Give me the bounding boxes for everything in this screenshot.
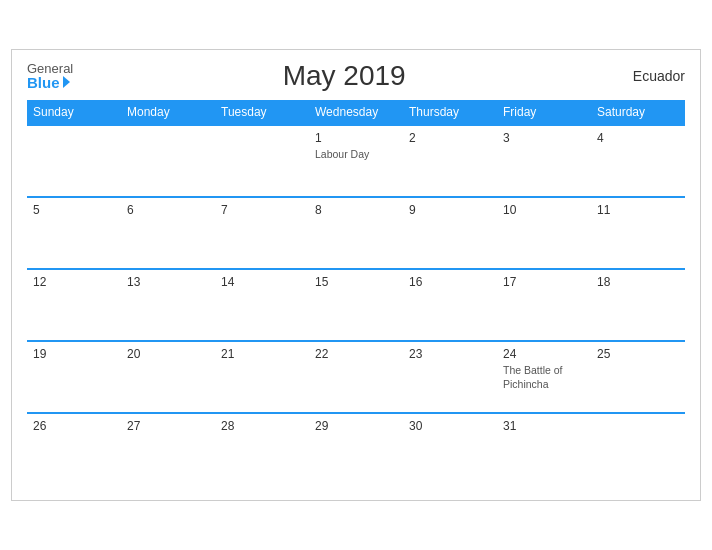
calendar-cell — [121, 125, 215, 197]
weekday-header-wednesday: Wednesday — [309, 100, 403, 125]
calendar-cell: 20 — [121, 341, 215, 413]
day-number: 14 — [221, 275, 303, 289]
calendar-cell: 4 — [591, 125, 685, 197]
calendar-cell: 5 — [27, 197, 121, 269]
calendar-week-row: 567891011 — [27, 197, 685, 269]
day-number: 5 — [33, 203, 115, 217]
day-number: 23 — [409, 347, 491, 361]
calendar-cell: 22 — [309, 341, 403, 413]
calendar-cell: 25 — [591, 341, 685, 413]
weekday-header-saturday: Saturday — [591, 100, 685, 125]
calendar-title: May 2019 — [73, 60, 615, 92]
calendar-cell: 21 — [215, 341, 309, 413]
day-number: 13 — [127, 275, 209, 289]
calendar-cell: 2 — [403, 125, 497, 197]
calendar-cell: 6 — [121, 197, 215, 269]
calendar-cell — [215, 125, 309, 197]
day-number: 9 — [409, 203, 491, 217]
calendar-cell: 3 — [497, 125, 591, 197]
day-number: 16 — [409, 275, 491, 289]
calendar-cell: 16 — [403, 269, 497, 341]
day-number: 25 — [597, 347, 679, 361]
day-number: 31 — [503, 419, 585, 433]
day-number: 19 — [33, 347, 115, 361]
calendar-cell: 15 — [309, 269, 403, 341]
calendar-cell — [591, 413, 685, 485]
calendar-cell: 24The Battle of Pichincha — [497, 341, 591, 413]
day-number: 20 — [127, 347, 209, 361]
calendar-table: SundayMondayTuesdayWednesdayThursdayFrid… — [27, 100, 685, 485]
calendar-cell: 10 — [497, 197, 591, 269]
day-number: 28 — [221, 419, 303, 433]
weekday-header-friday: Friday — [497, 100, 591, 125]
calendar-container: General Blue May 2019 Ecuador SundayMond… — [11, 49, 701, 501]
calendar-cell: 12 — [27, 269, 121, 341]
day-number: 18 — [597, 275, 679, 289]
day-number: 30 — [409, 419, 491, 433]
weekday-header-tuesday: Tuesday — [215, 100, 309, 125]
calendar-header: General Blue May 2019 Ecuador — [27, 60, 685, 92]
calendar-week-row: 192021222324The Battle of Pichincha25 — [27, 341, 685, 413]
event-label: Labour Day — [315, 148, 397, 162]
day-number: 26 — [33, 419, 115, 433]
calendar-cell: 11 — [591, 197, 685, 269]
calendar-cell: 28 — [215, 413, 309, 485]
calendar-cell: 17 — [497, 269, 591, 341]
logo-blue-text: Blue — [27, 75, 73, 90]
weekday-header-thursday: Thursday — [403, 100, 497, 125]
day-number: 17 — [503, 275, 585, 289]
logo: General Blue — [27, 62, 73, 90]
day-number: 22 — [315, 347, 397, 361]
weekday-header-sunday: Sunday — [27, 100, 121, 125]
day-number: 4 — [597, 131, 679, 145]
weekday-header-monday: Monday — [121, 100, 215, 125]
calendar-week-row: 12131415161718 — [27, 269, 685, 341]
calendar-cell: 29 — [309, 413, 403, 485]
calendar-cell: 9 — [403, 197, 497, 269]
calendar-cell: 30 — [403, 413, 497, 485]
calendar-week-row: 262728293031 — [27, 413, 685, 485]
calendar-cell: 13 — [121, 269, 215, 341]
day-number: 12 — [33, 275, 115, 289]
day-number: 2 — [409, 131, 491, 145]
calendar-cell: 1Labour Day — [309, 125, 403, 197]
day-number: 1 — [315, 131, 397, 145]
calendar-cell — [27, 125, 121, 197]
calendar-cell: 8 — [309, 197, 403, 269]
calendar-cell: 14 — [215, 269, 309, 341]
calendar-week-row: 1Labour Day234 — [27, 125, 685, 197]
day-number: 3 — [503, 131, 585, 145]
day-number: 29 — [315, 419, 397, 433]
day-number: 11 — [597, 203, 679, 217]
day-number: 8 — [315, 203, 397, 217]
country-name: Ecuador — [615, 68, 685, 84]
day-number: 10 — [503, 203, 585, 217]
calendar-cell: 7 — [215, 197, 309, 269]
calendar-cell: 18 — [591, 269, 685, 341]
day-number: 15 — [315, 275, 397, 289]
calendar-cell: 31 — [497, 413, 591, 485]
day-number: 24 — [503, 347, 585, 361]
day-number: 6 — [127, 203, 209, 217]
weekday-header-row: SundayMondayTuesdayWednesdayThursdayFrid… — [27, 100, 685, 125]
day-number: 7 — [221, 203, 303, 217]
calendar-cell: 26 — [27, 413, 121, 485]
event-label: The Battle of Pichincha — [503, 364, 585, 391]
calendar-cell: 19 — [27, 341, 121, 413]
day-number: 27 — [127, 419, 209, 433]
calendar-cell: 23 — [403, 341, 497, 413]
logo-triangle-icon — [63, 76, 70, 88]
calendar-cell: 27 — [121, 413, 215, 485]
day-number: 21 — [221, 347, 303, 361]
